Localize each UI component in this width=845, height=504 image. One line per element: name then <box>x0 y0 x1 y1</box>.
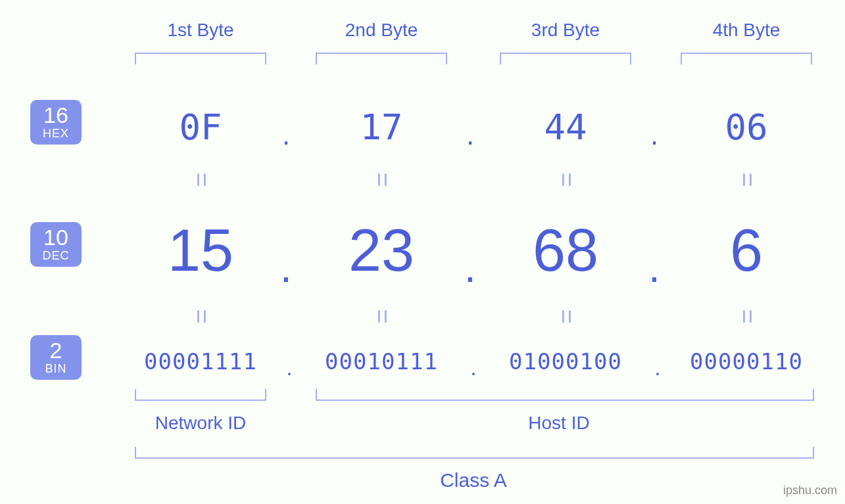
byte-3-label: 3rd Byte <box>500 20 631 41</box>
hex-dot-2: . <box>457 118 483 151</box>
base-hex-badge: 16 HEX <box>30 100 82 145</box>
bin-byte-2: 00010111 <box>296 348 467 375</box>
base-hex-label: HEX <box>30 127 82 139</box>
base-dec-label: DEC <box>30 250 82 262</box>
equals-hex-dec-4: = <box>733 160 761 200</box>
equals-dec-bin-3: = <box>552 297 580 336</box>
dec-dot-2: . <box>457 243 483 292</box>
host-id-label: Host ID <box>506 413 612 434</box>
dec-byte-2: 23 <box>309 217 454 285</box>
equals-dec-bin-4: = <box>733 297 761 336</box>
bin-byte-3: 01000100 <box>480 348 651 375</box>
base-hex-num: 16 <box>30 104 82 126</box>
bracket-network-id <box>135 389 266 401</box>
hex-byte-4: 06 <box>674 106 819 148</box>
bracket-byte-2 <box>316 53 447 64</box>
dec-byte-4: 6 <box>674 217 819 285</box>
bracket-host-id <box>316 389 814 401</box>
watermark: ipshu.com <box>783 484 837 497</box>
bracket-byte-1 <box>135 53 266 64</box>
equals-hex-dec-1: = <box>187 160 215 200</box>
base-bin-badge: 2 BIN <box>30 335 82 380</box>
hex-dot-1: . <box>273 118 299 151</box>
base-bin-num: 2 <box>30 339 82 361</box>
byte-4-label: 4th Byte <box>681 20 812 41</box>
class-label: Class A <box>408 469 539 492</box>
dec-byte-3: 68 <box>493 217 638 285</box>
bin-byte-4: 00000110 <box>661 348 832 375</box>
bin-byte-1: 00001111 <box>115 348 286 375</box>
bin-dot-3: . <box>644 355 671 380</box>
hex-dot-3: . <box>641 118 667 151</box>
equals-hex-dec-3: = <box>552 160 580 200</box>
hex-byte-2: 17 <box>309 106 454 148</box>
byte-2-label: 2nd Byte <box>316 20 447 41</box>
bracket-class <box>135 447 814 459</box>
bracket-byte-4 <box>681 53 812 64</box>
network-id-label: Network ID <box>148 413 253 434</box>
base-dec-num: 10 <box>30 226 82 248</box>
byte-1-label: 1st Byte <box>135 20 266 41</box>
base-dec-badge: 10 DEC <box>30 222 82 267</box>
equals-dec-bin-1: = <box>187 297 215 336</box>
ip-address-diagram: 1st Byte 2nd Byte 3rd Byte 4th Byte 16 H… <box>0 0 845 504</box>
bin-dot-2: . <box>460 355 487 380</box>
base-bin-label: BIN <box>30 363 82 375</box>
equals-hex-dec-2: = <box>368 160 396 200</box>
hex-byte-1: 0F <box>128 106 273 148</box>
equals-dec-bin-2: = <box>368 297 396 336</box>
bin-dot-1: . <box>276 355 302 380</box>
dec-byte-1: 15 <box>128 217 273 285</box>
bracket-byte-3 <box>500 53 631 64</box>
hex-byte-3: 44 <box>493 106 638 148</box>
dec-dot-1: . <box>273 243 299 292</box>
dec-dot-3: . <box>641 243 667 292</box>
